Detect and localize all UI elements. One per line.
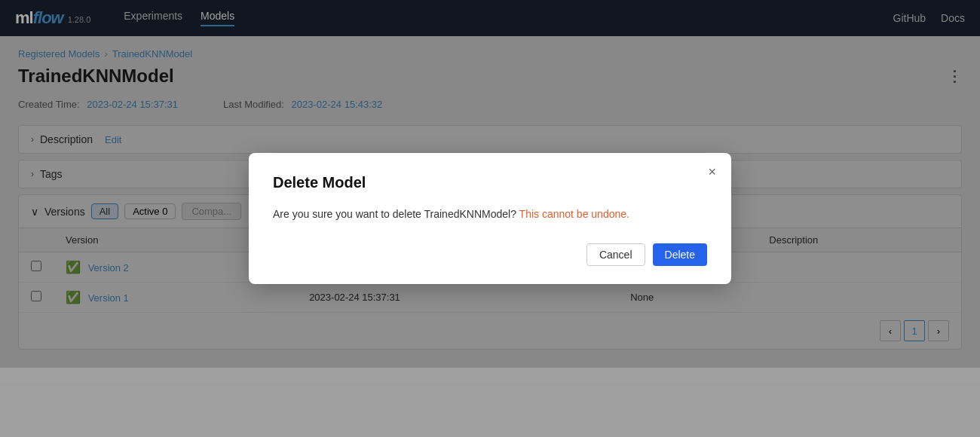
- modal-warning-text: This cannot be undone.: [516, 208, 629, 220]
- modal-footer: Cancel Delete: [273, 243, 707, 266]
- modal-body: Are you sure you want to delete TrainedK…: [273, 206, 707, 222]
- cancel-button[interactable]: Cancel: [586, 243, 645, 266]
- delete-model-modal: Delete Model × Are you sure you want to …: [249, 153, 731, 284]
- modal-body-text: Are you sure you want to delete TrainedK…: [273, 208, 516, 220]
- delete-button[interactable]: Delete: [653, 243, 707, 266]
- modal-title: Delete Model: [273, 174, 707, 191]
- modal-overlay[interactable]: Delete Model × Are you sure you want to …: [0, 0, 980, 437]
- modal-close-button[interactable]: ×: [708, 165, 716, 179]
